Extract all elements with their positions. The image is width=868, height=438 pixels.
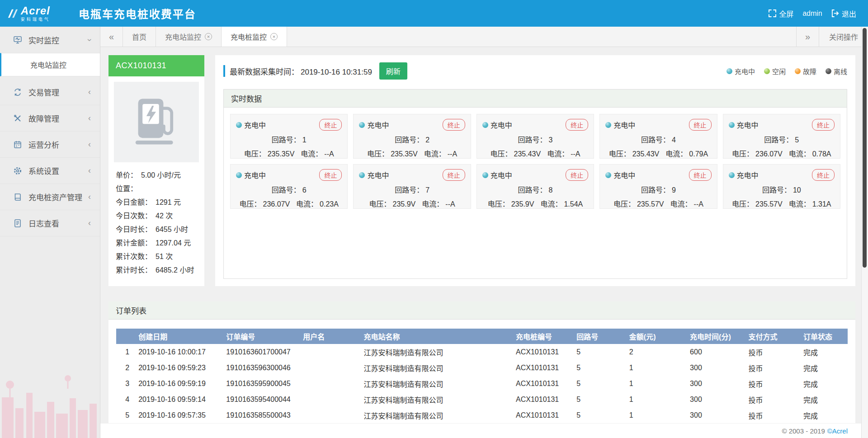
sidebar-item-label: 故障管理 [28, 113, 86, 124]
monitor-toolbar: 最新数据采集时间：2019-10-16 10:31:59 刷新 充电中 空闲 故… [223, 62, 847, 80]
stop-charging-button[interactable]: 终止 [812, 119, 835, 131]
page-title: 电瓶车充电桩收费平台 [79, 5, 196, 21]
circuit-no: 2 [425, 136, 429, 144]
top-header-bar: Acrel 安科瑞电气 电瓶车充电桩收费平台 全屏 admin 退出 [0, 0, 868, 27]
vertical-scrollbar[interactable] [861, 27, 868, 438]
offline-status-icon [826, 68, 831, 74]
circuit-card-5: 充电中终止 回路号：5 电压：236.07V电流：0.78A [723, 114, 840, 159]
tab-label: 充电桩监控 [231, 31, 267, 42]
table-row[interactable]: 5 2019-10-16 09:57:35 1910163585500043 江… [116, 407, 848, 423]
table-row[interactable]: 1 2019-10-16 10:00:17 1910163601700047 江… [116, 344, 848, 360]
station-cell: 江苏安科瑞制造有限公司 [359, 391, 511, 407]
acrel-logo: Acrel 安科瑞电气 [0, 5, 72, 22]
scroll-tabs-left-button[interactable] [100, 27, 123, 47]
transactions-icon [13, 87, 23, 97]
charging-status-icon [359, 172, 365, 178]
current-label: 电流： [540, 200, 562, 208]
col-order-no: 订单编号 [221, 329, 297, 344]
pay-cell: 投币 [743, 376, 798, 391]
stop-charging-button[interactable]: 终止 [566, 169, 588, 181]
order-no-cell: 1910163596300046 [221, 360, 297, 376]
circuit-cell: 5 [571, 344, 623, 360]
stop-charging-button[interactable]: 终止 [566, 119, 588, 131]
col-amount: 金额(元) [624, 329, 684, 344]
close-tab-icon[interactable] [270, 33, 278, 40]
circuit-status: 充电中 [367, 170, 389, 180]
sidebar-subitem-label: 充电站监控 [30, 59, 66, 70]
col-charge-minutes: 充电时间(分) [684, 329, 743, 344]
col-username: 用户名 [297, 329, 358, 344]
col-order-status: 订单状态 [798, 329, 848, 344]
tab-charging-station-monitor[interactable]: 充电站监控 [156, 27, 222, 47]
sidebar-item-log-view[interactable]: 日志查看 [0, 210, 100, 236]
logout-button[interactable]: 退出 [831, 8, 856, 19]
minutes-cell: 300 [684, 376, 743, 391]
circuit-card-10: 充电中终止 回路号：10 电压：235.57V电流：1.31A [723, 164, 840, 209]
refresh-button[interactable]: 刷新 [379, 62, 407, 80]
minutes-cell: 300 [684, 407, 743, 423]
scroll-tabs-right-button[interactable] [796, 27, 819, 47]
voltage-label: 电压： [613, 200, 635, 208]
sidebar-item-label: 实时监控 [28, 34, 86, 46]
stop-charging-button[interactable]: 终止 [319, 169, 342, 181]
username-cell [297, 407, 358, 423]
stop-charging-button[interactable]: 终止 [689, 119, 712, 131]
tab-label: 充电站监控 [165, 31, 201, 42]
circuit-no: 5 [795, 136, 799, 144]
sidebar-item-operation-analysis[interactable]: 运营分析 [0, 132, 100, 158]
col-index [116, 329, 133, 344]
close-tab-icon[interactable] [205, 33, 212, 40]
logo-text: Acrel [21, 5, 50, 16]
sidebar-item-realtime-monitor[interactable]: 实时监控 [0, 27, 100, 53]
table-header-row: 创建日期 订单编号 用户名 充电站名称 充电桩编号 回路号 金额(元) 充电时间… [116, 329, 848, 344]
scrollbar-thumb[interactable] [863, 28, 867, 268]
col-create-date: 创建日期 [133, 329, 221, 344]
sidebar-item-label: 系统设置 [28, 165, 86, 176]
stop-charging-button[interactable]: 终止 [319, 119, 342, 131]
tab-charging-pile-monitor[interactable]: 充电桩监控 [222, 27, 287, 47]
stop-charging-button[interactable]: 终止 [443, 119, 465, 131]
status-cell: 完成 [798, 360, 848, 376]
stop-charging-button[interactable]: 终止 [812, 169, 835, 181]
acrel-brand-link[interactable]: ©Acrel [827, 427, 848, 435]
circuit-no-label: 回路号： [395, 186, 424, 194]
double-chevron-right-icon [805, 32, 810, 42]
order-no-cell: 1910163585500043 [221, 407, 297, 423]
charging-status-icon [729, 172, 735, 178]
realtime-data-box: 实时数据 充电中终止 回路号：1 电压：235.35V电流：--A 充电中终止 … [223, 89, 847, 279]
legend-idle: 空闲 [764, 66, 786, 76]
realtime-data-title: 实时数据 [224, 89, 847, 108]
status-legend: 充电中 空闲 故障 离线 [726, 66, 847, 76]
stop-charging-button[interactable]: 终止 [443, 169, 465, 181]
charging-status-icon [605, 122, 611, 128]
table-row[interactable]: 3 2019-10-16 09:59:19 1910163595900045 江… [116, 376, 848, 391]
close-operations-button[interactable]: 关闭操作 [819, 27, 868, 47]
table-row[interactable]: 4 2019-10-16 09:59:14 1910163595400044 江… [116, 391, 848, 407]
circuit-cell: 5 [571, 391, 623, 407]
stop-charging-button[interactable]: 终止 [689, 169, 712, 181]
circuit-cell: 5 [571, 360, 623, 376]
sidebar-item-transaction-management[interactable]: 交易管理 [0, 79, 100, 105]
circuit-no: 8 [549, 186, 553, 194]
circuit-no-label: 回路号： [764, 136, 793, 144]
current-value: --A [324, 150, 334, 158]
page-footer: © 2003 - 2019 ©Acrel [100, 424, 868, 438]
sidebar-item-charging-station-monitor[interactable]: 充电站监控 [0, 53, 100, 76]
table-row[interactable]: 2 2019-10-16 09:59:23 1910163596300046 江… [116, 360, 848, 376]
fullscreen-label: 全屏 [779, 8, 793, 19]
tab-home[interactable]: 首页 [123, 27, 156, 47]
order-list-card: 订单列表 创建日期 订单编号 用户名 充电站名称 充电桩编号 回 [108, 301, 855, 423]
current-user[interactable]: admin [802, 9, 822, 18]
legend-charging: 充电中 [726, 66, 755, 76]
username-cell [297, 344, 358, 360]
fullscreen-button[interactable]: 全屏 [769, 8, 793, 19]
username: admin [802, 9, 822, 18]
current-label: 电流： [301, 150, 322, 158]
voltage-value: 235.43V [632, 150, 660, 158]
row-index: 1 [116, 344, 133, 360]
sidebar-item-pile-asset-management[interactable]: 充电桩资产管理 [0, 184, 100, 210]
sidebar-item-fault-management[interactable]: 故障管理 [0, 105, 100, 132]
sidebar-item-system-settings[interactable]: 系统设置 [0, 158, 100, 184]
circuit-no-label: 回路号： [641, 136, 670, 144]
row-index: 2 [116, 360, 133, 376]
